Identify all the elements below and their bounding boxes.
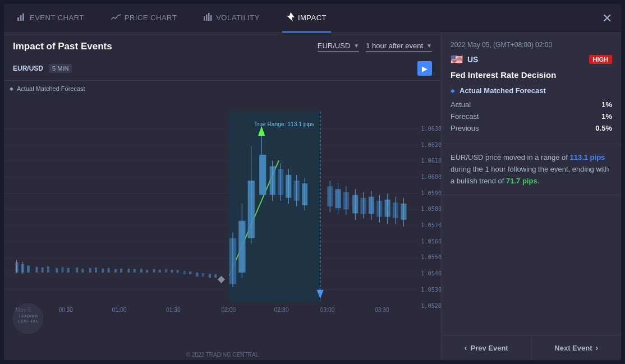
next-arrow-icon: › bbox=[596, 343, 599, 352]
svg-rect-56 bbox=[153, 269, 155, 273]
nav-label-volatility: VOLATILITY bbox=[216, 13, 260, 22]
svg-rect-46 bbox=[89, 268, 91, 273]
svg-text:1.06100: 1.06100 bbox=[421, 157, 441, 164]
svg-rect-5 bbox=[208, 13, 210, 21]
chart-legend: ◆ Actual Matched Forecast bbox=[10, 85, 85, 92]
impact-title: Impact of Past Events bbox=[13, 41, 112, 52]
nav-buttons: ‹ Prev Event Next Event › bbox=[442, 335, 621, 360]
svg-text:1.06000: 1.06000 bbox=[421, 173, 441, 180]
svg-rect-49 bbox=[108, 268, 110, 273]
nav-item-volatility[interactable]: VOLATILITY bbox=[199, 4, 264, 33]
chart-ticker: EUR/USD bbox=[13, 64, 43, 72]
desc-range: 113.1 pips bbox=[569, 153, 605, 162]
svg-rect-57 bbox=[159, 270, 161, 273]
svg-rect-64 bbox=[202, 273, 204, 277]
svg-rect-66 bbox=[214, 274, 217, 278]
chart-area: ◆ Actual Matched Forecast bbox=[4, 81, 441, 349]
top-nav: EVENT CHART PRICE CHART VOLATILITY bbox=[4, 4, 621, 33]
legend-diamond-icon: ◆ bbox=[10, 86, 13, 91]
svg-rect-45 bbox=[81, 269, 84, 273]
svg-rect-2 bbox=[22, 13, 24, 21]
chart-svg: 1.06300 1.06200 1.06100 1.06000 1.05900 … bbox=[4, 81, 441, 349]
modal-container: EVENT CHART PRICE CHART VOLATILITY bbox=[4, 4, 621, 360]
chart-footer: © 2022 TRADING CENTRAL bbox=[4, 349, 441, 360]
svg-text:1.06200: 1.06200 bbox=[421, 141, 441, 148]
chart-subheader: EUR/USD 5 MIN ▶ bbox=[4, 57, 441, 81]
desc-text-3: . bbox=[537, 177, 540, 185]
svg-text:1.06300: 1.06300 bbox=[421, 125, 441, 132]
chart-header: Impact of Past Events EUR/USD ▼ 1 hour a… bbox=[4, 33, 441, 57]
svg-rect-59 bbox=[171, 270, 173, 273]
svg-rect-62 bbox=[189, 271, 191, 274]
svg-rect-3 bbox=[204, 16, 205, 21]
stat-key-forecast: Forecast bbox=[451, 112, 479, 121]
country-name: US bbox=[467, 55, 478, 64]
svg-text:1.05200: 1.05200 bbox=[421, 302, 441, 309]
nav-item-price-chart[interactable]: PRICE CHART bbox=[107, 4, 181, 33]
svg-text:1.05800: 1.05800 bbox=[421, 205, 441, 212]
svg-rect-54 bbox=[140, 269, 143, 273]
svg-text:03:30: 03:30 bbox=[375, 307, 389, 313]
timeafter-label: 1 hour after event bbox=[366, 42, 423, 50]
svg-rect-65 bbox=[209, 274, 211, 278]
match-diamond-icon: ◆ bbox=[451, 87, 455, 94]
stat-row-previous: Previous 0.5% bbox=[451, 124, 612, 132]
timeframe-badge: 5 MIN bbox=[49, 64, 72, 73]
chart-expand-button[interactable]: ▶ bbox=[417, 61, 432, 76]
next-event-button[interactable]: Next Event › bbox=[531, 335, 622, 360]
svg-rect-63 bbox=[196, 273, 198, 277]
stats-table: Actual 1% Forecast 1% Previous 0.5% bbox=[451, 100, 612, 132]
svg-text:01:30: 01:30 bbox=[166, 307, 181, 313]
svg-text:True Range: 113.1 pips: True Range: 113.1 pips bbox=[254, 121, 314, 127]
svg-rect-38 bbox=[35, 267, 38, 273]
currency-label: EUR/USD bbox=[318, 42, 351, 50]
event-info: 2022 May 05, (GMT+08:00) 02:00 🇺🇸 US HIG… bbox=[442, 33, 621, 144]
prev-event-button[interactable]: ‹ Prev Event bbox=[442, 335, 531, 360]
nav-item-event-chart[interactable]: EVENT CHART bbox=[13, 4, 89, 33]
nav-label-price-chart: PRICE CHART bbox=[125, 13, 177, 22]
svg-rect-40 bbox=[47, 266, 49, 273]
chart-panel: Impact of Past Events EUR/USD ▼ 1 hour a… bbox=[4, 33, 442, 360]
svg-rect-53 bbox=[134, 269, 136, 273]
stat-row-actual: Actual 1% bbox=[451, 100, 612, 109]
desc-text-1: EUR/USD price moved in a range of bbox=[451, 153, 569, 162]
close-button[interactable]: ✕ bbox=[602, 12, 612, 25]
event-date: 2022 May 05, (GMT+08:00) 02:00 bbox=[451, 41, 612, 49]
svg-rect-1 bbox=[20, 15, 22, 21]
nav-label-event-chart: EVENT CHART bbox=[30, 13, 84, 22]
impact-icon bbox=[287, 12, 295, 23]
svg-text:02:30: 02:30 bbox=[274, 307, 289, 313]
svg-text:1.05500: 1.05500 bbox=[421, 254, 441, 260]
svg-rect-50 bbox=[114, 269, 117, 273]
description-box: EUR/USD price moved in a range of 113.1 … bbox=[442, 144, 621, 195]
nav-label-impact: IMPACT bbox=[298, 13, 327, 22]
currency-dropdown[interactable]: EUR/USD ▼ bbox=[318, 42, 359, 52]
event-title: Fed Interest Rate Decision bbox=[451, 70, 612, 80]
right-panel: 2022 May 05, (GMT+08:00) 02:00 🇺🇸 US HIG… bbox=[442, 33, 621, 360]
stat-val-actual: 1% bbox=[601, 100, 612, 109]
svg-rect-55 bbox=[146, 270, 148, 273]
legend-label: Actual Matched Forecast bbox=[17, 85, 85, 92]
svg-rect-41 bbox=[56, 268, 58, 273]
svg-text:03:00: 03:00 bbox=[320, 307, 335, 313]
stat-val-forecast: 1% bbox=[601, 112, 612, 121]
currency-arrow-icon: ▼ bbox=[353, 43, 359, 49]
svg-rect-39 bbox=[42, 268, 44, 273]
svg-rect-44 bbox=[76, 268, 78, 273]
svg-rect-42 bbox=[62, 267, 64, 273]
impact-badge: HIGH bbox=[589, 55, 613, 64]
content-area: Impact of Past Events EUR/USD ▼ 1 hour a… bbox=[4, 33, 621, 360]
timeafter-dropdown[interactable]: 1 hour after event ▼ bbox=[366, 42, 432, 52]
svg-rect-47 bbox=[95, 268, 97, 273]
match-label: Actual Matched Forecast bbox=[459, 86, 546, 95]
svg-text:1.05900: 1.05900 bbox=[421, 190, 441, 196]
svg-rect-51 bbox=[120, 269, 122, 273]
svg-rect-58 bbox=[165, 269, 167, 273]
prev-label: Prev Event bbox=[470, 344, 508, 352]
stat-row-forecast: Forecast 1% bbox=[451, 112, 612, 121]
svg-text:1.05700: 1.05700 bbox=[421, 222, 441, 228]
nav-item-impact[interactable]: IMPACT bbox=[282, 4, 331, 33]
event-chart-icon bbox=[17, 13, 26, 22]
desc-trend: 71.7 pips bbox=[506, 177, 537, 185]
svg-rect-7 bbox=[4, 112, 441, 319]
